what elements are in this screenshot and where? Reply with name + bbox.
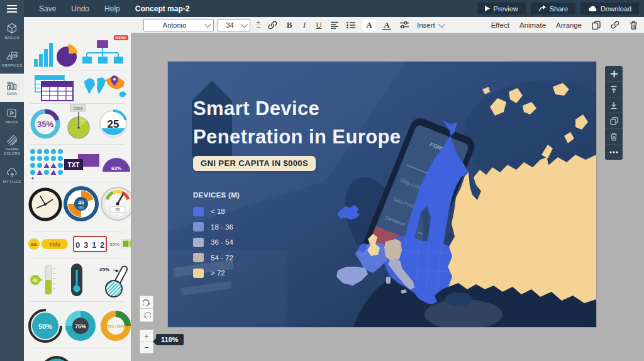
align-button[interactable] [330,19,339,31]
plus-icon [610,70,618,78]
font-select[interactable]: Antonio [143,19,214,31]
widget-thermometer-bulb[interactable]: 25% [94,262,131,301]
sidebar-item-basics[interactable]: BASICS [0,17,24,45]
adjust-button[interactable] [399,19,409,31]
widget-org-chart[interactable]: NEW! [82,39,123,70]
zoom-out-button[interactable]: − [140,341,153,353]
link-object-button[interactable] [611,19,619,31]
zoom-in-button[interactable]: + [140,330,153,342]
duplicate-button[interactable] [592,19,601,31]
font-size-value: 34 [222,21,238,29]
bring-forward-button[interactable] [605,82,623,97]
digit: 1 [92,240,96,250]
redo-arrow-icon [143,299,151,306]
chevron-down-icon [241,20,248,27]
redo-button[interactable] [140,296,153,309]
main-menu-button[interactable] [0,0,24,17]
text-style-button[interactable]: A [363,19,375,31]
rail-label: MY FILES [3,180,21,184]
donut-75-25-icon: 75% | 25% [98,308,131,343]
legend-label: 36 - 54 [211,238,233,246]
effect-button[interactable]: Effect [491,21,509,29]
trash-icon [610,133,618,141]
widget-digital-counter[interactable]: 0 3 1 2 [73,236,107,255]
new-badge: NEW! [114,35,128,40]
partial-circle-icon [39,351,74,361]
sidebar-item-data[interactable]: DATA [0,74,24,102]
widget-circle-50[interactable]: 50% [28,308,63,346]
underline-button[interactable]: U [315,19,323,31]
segment-bar-icon: 55% [109,237,131,250]
widget-gauge-green[interactable]: 25% [62,104,96,144]
bold-button[interactable]: B [285,19,294,31]
duplicate-object-button[interactable] [605,113,623,129]
preview-button[interactable]: Preview [477,3,526,14]
save-button[interactable]: Save [39,4,56,13]
duplicate-icon [610,117,618,125]
pie-75-icon: 75% [63,308,98,343]
more-options-button[interactable] [605,145,623,160]
share-button[interactable]: Share [531,3,575,14]
widget-donut-75-25[interactable]: 75% | 25% [98,308,131,346]
semicircles-icon: 63% 27% [102,154,131,173]
insert-dropdown[interactable]: Insert [417,19,443,31]
media-icon [6,108,18,118]
widget-bar-pie-chart[interactable] [31,38,82,72]
sidebar-item-media[interactable]: MEDIA [0,102,24,130]
canvas-subtitle-pill[interactable]: GNI PER CAPITA IN $000S [193,156,316,171]
speedometer-icon: 50 [99,186,131,222]
widget-timer[interactable]: 45 MIN [63,186,99,225]
widget-clock[interactable] [28,187,63,225]
font-size-stepper[interactable]: + − [255,19,262,31]
widget-thermometer-green[interactable]: 42 [29,264,60,301]
thermo-pct-value: 25% [99,267,109,272]
text-color-button[interactable]: A [380,19,393,31]
widget-donut-35[interactable]: 35% [28,106,63,144]
animate-button[interactable]: Animate [519,21,546,29]
thermo-green-value: 42 [33,278,38,282]
sidebar-item-theme-colors[interactable]: THEME COLORS [0,130,24,161]
legend-swatch [193,207,204,216]
widget-tables[interactable] [30,74,78,104]
widget-world-map[interactable] [82,75,128,104]
undo-menu-button[interactable]: Undo [71,4,89,13]
rail-label: MEDIA [6,120,18,125]
add-button[interactable] [605,66,623,82]
theme-colors-icon [7,135,18,145]
design-canvas[interactable]: FOREX Stop Loss Take Profit Deviation [168,62,596,327]
link-button[interactable] [268,19,277,31]
link-icon [268,21,277,30]
widget-pictograph[interactable] [29,148,64,182]
canvas-title[interactable]: Smart Device Penetration in Europe [193,94,401,151]
send-backward-button[interactable] [605,97,623,113]
counter-25-icon: 25 [96,106,131,142]
map-legend[interactable]: DEVICES (M) < 18 18 - 36 36 - 54 54 - 72… [193,191,240,281]
widget-pie-75[interactable]: 75% [63,308,98,346]
list-button[interactable] [347,19,355,31]
meter-value: 50 [115,208,120,212]
sidebar-item-graphics[interactable]: GRAPHICS [0,45,24,74]
thermometer-green-icon: 42 [29,264,60,299]
widget-thermometer-dark[interactable] [63,262,91,301]
rail-label: BASICS [4,36,19,40]
sidebar-item-my-files[interactable]: MY FILES [0,161,24,190]
arrange-button[interactable]: Arrange [556,21,582,29]
widget-partial-circle[interactable] [39,351,74,361]
number-value: 68 [31,242,37,247]
download-button[interactable]: Download [580,3,639,14]
widget-text-label[interactable]: TXT [64,153,101,177]
widget-number-title[interactable]: 68 Title [28,237,69,253]
data-chart-icon [6,79,18,90]
delete-object-button[interactable] [605,129,623,145]
widget-segment-bar[interactable]: 55% [109,237,131,252]
widget-counter-25[interactable]: 25 [96,106,131,144]
delete-button[interactable] [630,19,638,31]
italic-button[interactable]: I [301,19,308,31]
help-button[interactable]: Help [104,4,120,13]
widget-semicircles[interactable]: 63% 27% [102,154,131,175]
gauge-flag-value: 25% [73,106,82,111]
graphics-icon [6,51,18,62]
widget-speedometer[interactable]: 50 [99,186,131,225]
undo-button[interactable] [140,308,153,322]
font-size-select[interactable]: 34 [218,19,250,31]
